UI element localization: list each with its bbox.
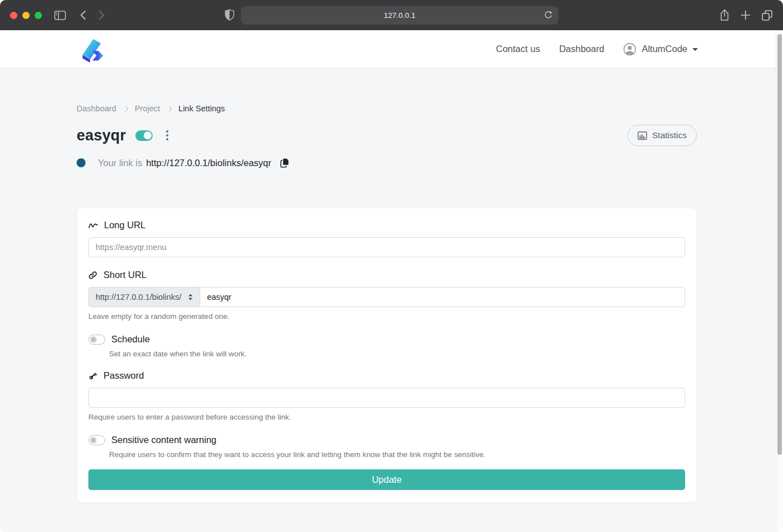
breadcrumb-project[interactable]: Project <box>135 104 160 113</box>
statistics-label: Statistics <box>652 130 687 140</box>
status-dot <box>77 158 86 167</box>
zoom-window-button[interactable] <box>35 12 42 19</box>
short-url-domain-select[interactable]: http://127.0.0.1/biolinks/ <box>88 287 200 307</box>
your-link-label: Your link is <box>98 158 142 168</box>
browser-window: 127.0.0.1 <box>0 0 783 532</box>
sensitive-helper: Require users to confirm that they want … <box>109 450 685 459</box>
forward-icon[interactable] <box>98 10 105 20</box>
schedule-label: Schedule <box>111 334 150 345</box>
password-label: Password <box>103 370 144 381</box>
main-nav: Contact us Dashboard AltumCode <box>496 43 698 56</box>
short-url-group: http://127.0.0.1/biolinks/ <box>88 287 685 307</box>
share-icon[interactable] <box>719 9 730 21</box>
account-name: AltumCode <box>642 44 687 54</box>
page-title: easyqr <box>77 127 126 144</box>
bar-chart-icon <box>638 131 647 140</box>
scrollbar-thumb[interactable] <box>777 34 782 455</box>
page-content: Dashboard Project Link Settings easyqr S… <box>0 104 783 503</box>
logo[interactable] <box>77 35 105 63</box>
tabs-icon[interactable] <box>761 10 773 21</box>
sensitive-label: Sensitive content warning <box>111 435 216 445</box>
address-bar[interactable]: 127.0.0.1 <box>241 6 559 25</box>
chevron-down-icon <box>692 48 698 51</box>
close-window-button[interactable] <box>10 12 17 19</box>
sensitive-row: Sensitive content warning <box>88 435 685 445</box>
key-icon <box>88 371 97 380</box>
password-helper: Require users to enter a password before… <box>88 413 685 421</box>
back-icon[interactable] <box>79 10 86 20</box>
scrollbar-track <box>776 30 783 532</box>
short-url-label-row: Short URL <box>88 270 685 280</box>
schedule-toggle[interactable] <box>88 335 105 345</box>
short-url-input[interactable] <box>200 287 685 307</box>
update-button[interactable]: Update <box>88 469 685 490</box>
link-enabled-toggle[interactable] <box>135 130 153 141</box>
schedule-row: Schedule <box>88 334 685 345</box>
minimize-window-button[interactable] <box>22 12 30 19</box>
nav-contact-us[interactable]: Contact us <box>496 44 540 54</box>
short-url-helper: Leave empty for a random generated one. <box>88 312 685 321</box>
chevron-right-icon <box>122 106 128 112</box>
kebab-menu-icon[interactable] <box>164 129 170 142</box>
password-input[interactable] <box>88 388 685 408</box>
new-tab-icon[interactable] <box>740 10 751 20</box>
breadcrumb: Dashboard Project Link Settings <box>77 104 697 113</box>
browser-toolbar: 127.0.0.1 <box>0 0 783 30</box>
schedule-helper: Set an exact date when the link will wor… <box>109 350 685 358</box>
your-link-row: Your link is http://127.0.0.1/biolinks/e… <box>77 157 697 168</box>
breadcrumb-link-settings: Link Settings <box>178 104 225 113</box>
your-link-url[interactable]: http://127.0.0.1/biolinks/easyqr <box>146 158 271 168</box>
reload-icon[interactable] <box>544 10 554 20</box>
address-bar-url: 127.0.0.1 <box>384 11 415 20</box>
long-url-label-row: Long URL <box>88 220 685 230</box>
traffic-lights <box>10 12 42 19</box>
sensitive-toggle[interactable] <box>88 435 105 445</box>
link-settings-card: Long URL Short URL http://127.0.0.1/biol… <box>77 208 697 503</box>
long-url-label: Long URL <box>104 220 145 230</box>
site-header: Contact us Dashboard AltumCode <box>0 30 783 68</box>
copy-icon[interactable] <box>280 157 290 168</box>
account-menu[interactable]: AltumCode <box>623 43 698 56</box>
short-url-domain-value: http://127.0.0.1/biolinks/ <box>96 293 181 302</box>
select-caret-icon <box>188 294 193 300</box>
nav-dashboard[interactable]: Dashboard <box>559 44 605 54</box>
long-url-input[interactable] <box>88 237 685 257</box>
link-icon <box>88 271 97 280</box>
shield-icon[interactable] <box>225 9 235 21</box>
statistics-button[interactable]: Statistics <box>628 125 697 146</box>
chevron-right-icon <box>167 106 172 112</box>
sidebar-toggle-icon[interactable] <box>54 11 66 20</box>
avatar <box>623 43 636 56</box>
password-label-row: Password <box>88 370 685 381</box>
breadcrumb-dashboard[interactable]: Dashboard <box>77 104 116 113</box>
title-row: easyqr Statistics <box>77 125 697 146</box>
scribble-icon <box>88 222 98 229</box>
short-url-label: Short URL <box>103 270 147 280</box>
